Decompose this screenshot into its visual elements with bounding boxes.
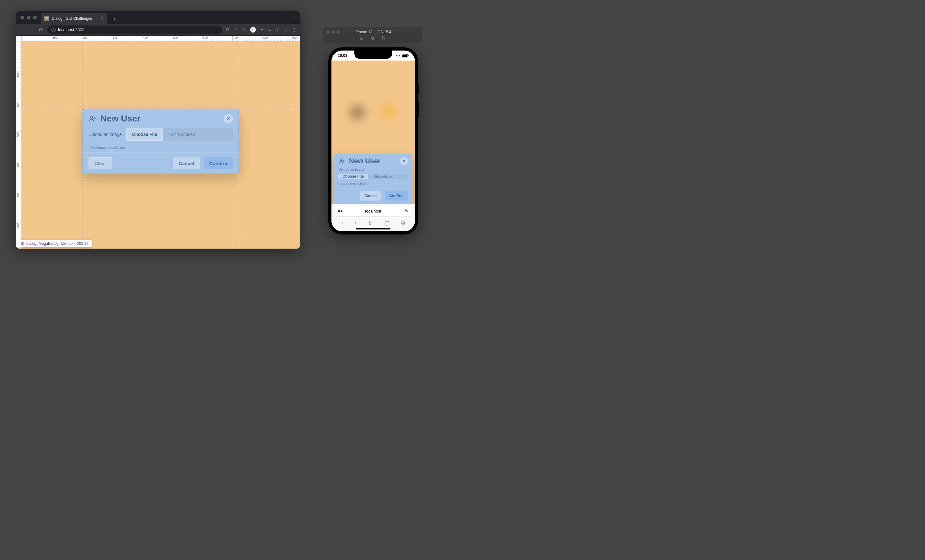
toolbar-icons: ⧉ ⇪ ☆ ◐ ✦ ≡ ◫ ☺ ⋮ [226, 27, 297, 33]
tab-close-icon[interactable]: ✕ [100, 16, 104, 21]
ruler-horizontal: 100200300400500600700800900 [22, 36, 300, 41]
new-tab-button[interactable]: + [110, 14, 119, 24]
file-status: no file selected [368, 174, 408, 179]
clear-button[interactable]: Clear [89, 157, 112, 169]
side-panel-icon[interactable]: ◫ [275, 27, 279, 32]
iphone-device: 10:03 [328, 47, 418, 235]
upload-hint: * Maximum upload 1mb [89, 146, 233, 149]
profile-icon[interactable]: ☺ [284, 27, 288, 32]
svg-rect-2 [402, 54, 407, 57]
rotate-icon[interactable]: ⎘ [382, 36, 385, 41]
text-size-icon[interactable]: AA [338, 209, 343, 213]
url-host: localhost [58, 27, 74, 32]
grid-icon: ▦ [20, 241, 24, 246]
user-plus-icon [89, 114, 97, 123]
upload-label: Upload an image [338, 168, 408, 172]
safari-url-bar[interactable]: AA localhost ↻ [334, 206, 412, 216]
new-user-dialog: New User ✕ Upload an image Choose File N… [83, 109, 239, 174]
chrome-toolbar: ← → ⟳ i localhost:3000 ⧉ ⇪ ☆ ◐ ✦ ≡ ◫ ☺ ⋮ [16, 24, 300, 36]
home-indicator[interactable] [356, 228, 390, 229]
dialog-title: New User [349, 157, 380, 165]
dialog-body: Upload an image Choose File No file chos… [83, 127, 238, 152]
chip-dimensions: 520.29 × 263.17 [61, 241, 89, 246]
choose-file-button[interactable]: Choose File [126, 128, 163, 141]
close-icon: ✕ [226, 116, 230, 122]
forward-icon[interactable]: › [355, 220, 357, 226]
dialog-header: New User ✕ [83, 109, 238, 127]
safari-toolbar: AA localhost ↻ ‹ › ⇧ ▢ ⧉ [331, 204, 415, 231]
cancel-button[interactable]: Cancel [360, 191, 381, 200]
choose-file-button[interactable]: Choose File [338, 174, 368, 179]
reload-icon[interactable]: ⟳ [38, 27, 44, 33]
dialog-title: New User [101, 114, 141, 124]
back-icon[interactable]: ← [19, 27, 25, 32]
user-plus-icon [338, 158, 345, 164]
upload-label: Upload an image [89, 132, 122, 137]
tab-title: Dialog | GUI Challenges [52, 16, 92, 21]
address-bar[interactable]: i localhost:3000 [47, 26, 222, 34]
sim-traffic-lights[interactable] [327, 30, 340, 33]
open-external-icon[interactable]: ⧉ [226, 27, 229, 32]
iphone-screen: 10:03 [331, 51, 415, 231]
dialog-footer: Clear Cancel Confirm [83, 152, 238, 173]
safari-page: New User ✕ Upload an image Choose File n… [331, 60, 415, 204]
reload-icon[interactable]: ↻ [405, 208, 409, 214]
safari-url: localhost [365, 209, 381, 214]
mobile-new-user-dialog: New User ✕ Upload an image Choose File n… [334, 154, 413, 204]
reading-list-icon[interactable]: ≡ [268, 27, 271, 32]
file-input[interactable]: Choose File no file selected [338, 174, 408, 179]
svg-rect-3 [408, 55, 409, 56]
page-canvas: New User ✕ Upload an image Choose File N… [22, 41, 300, 248]
share-icon[interactable]: ⇪ [234, 27, 237, 32]
confirm-button[interactable]: Confirm [204, 157, 233, 169]
notch [354, 51, 392, 59]
tabs-dropdown-icon[interactable]: ⌄ [293, 15, 296, 20]
kebab-menu-icon[interactable]: ⋮ [292, 27, 297, 32]
chip-id: #MegaDialog [36, 241, 59, 246]
cancel-button[interactable]: Cancel [173, 157, 200, 169]
dialog-close-button[interactable]: ✕ [223, 114, 233, 123]
confirm-button[interactable]: Confirm [385, 191, 408, 200]
url-path: :3000 [74, 27, 84, 32]
back-icon[interactable]: ‹ [342, 220, 343, 226]
bookmarks-icon[interactable]: ▢ [384, 220, 390, 226]
forward-icon[interactable]: → [29, 27, 34, 32]
extensions-puzzle-icon[interactable]: ✦ [260, 27, 264, 32]
chrome-window: 🏆 Dialog | GUI Challenges ✕ + ⌄ ← → ⟳ i … [16, 11, 300, 248]
ruler-corner [16, 36, 22, 41]
home-icon[interactable]: ⌂ [360, 36, 363, 41]
svg-point-0 [90, 116, 93, 118]
chip-tag: dialog [26, 241, 36, 246]
sim-title: iPhone 13 – iOS 15.4 [343, 30, 404, 34]
tabs-icon[interactable]: ⧉ [401, 220, 405, 226]
minimize-dot[interactable] [27, 16, 30, 20]
status-time: 10:03 [338, 53, 348, 58]
dialog-close-button[interactable]: ✕ [400, 157, 408, 165]
close-dot[interactable] [20, 16, 24, 20]
extension-icon[interactable]: ◐ [250, 27, 256, 33]
screenshot-icon[interactable]: ⧉ [371, 36, 374, 41]
guide-vertical [239, 41, 239, 248]
zoom-dot[interactable] [33, 16, 37, 20]
ruler-vertical: 100200300400500600 [16, 41, 22, 248]
svg-point-4 [340, 159, 342, 161]
battery-icon [402, 54, 409, 57]
chrome-tab-strip: 🏆 Dialog | GUI Challenges ✕ + ⌄ [16, 11, 300, 24]
page-backdrop: New User ✕ Upload an image Choose File n… [331, 60, 415, 204]
site-info-icon[interactable]: i [51, 28, 56, 32]
file-input[interactable]: Choose File No file chosen [126, 128, 233, 141]
favicon-icon: 🏆 [44, 16, 49, 21]
wifi-icon [395, 54, 401, 57]
simulator-window-bar: iPhone 13 – iOS 15.4 ⌂ ⧉ ⎘ [323, 27, 422, 43]
bookmark-star-icon[interactable]: ☆ [242, 27, 246, 32]
file-status: No file chosen [163, 128, 233, 141]
window-traffic-lights[interactable] [20, 16, 37, 20]
upload-hint: * Maximum upload 1mb [338, 182, 408, 185]
page-viewport: 100200300400500600700800900 100200300400… [16, 36, 300, 248]
close-icon: ✕ [402, 159, 406, 164]
browser-tab[interactable]: 🏆 Dialog | GUI Challenges ✕ [41, 13, 107, 24]
share-icon[interactable]: ⇧ [368, 220, 372, 226]
devtools-element-chip[interactable]: ▦ dialog#MegaDialog 520.29 × 263.17 [17, 240, 92, 247]
